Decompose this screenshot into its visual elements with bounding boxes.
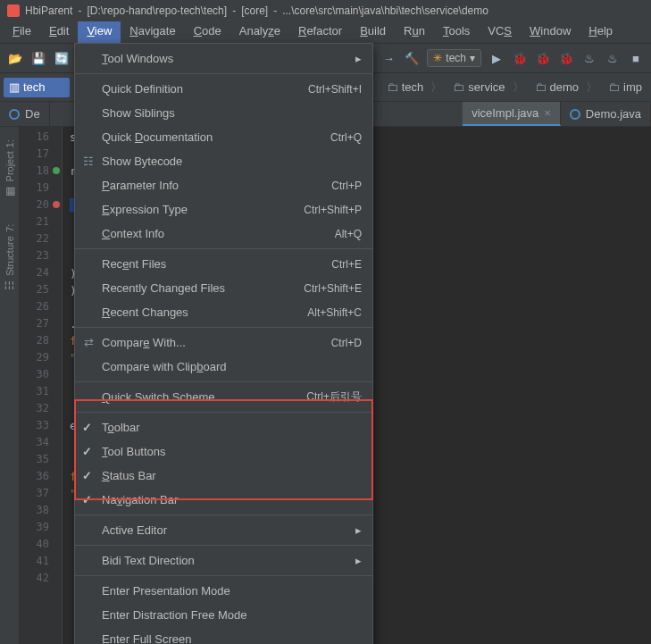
- forward-icon[interactable]: →: [380, 50, 396, 66]
- stop-icon[interactable]: ■: [628, 50, 644, 66]
- refresh-icon[interactable]: 🔄: [54, 50, 70, 66]
- chevron-right-icon: 〉: [586, 79, 597, 96]
- debug-icon[interactable]: 🐞: [512, 50, 528, 66]
- line-number: 30: [20, 368, 62, 385]
- run-config-label: tech: [446, 52, 466, 64]
- menu-status-bar-toggle[interactable]: ✓ Status Bar: [75, 464, 372, 488]
- menu-full-screen[interactable]: Enter Full Screen: [75, 627, 372, 644]
- profile-icon[interactable]: 🐞: [558, 50, 574, 66]
- jrebel-icon[interactable]: ♨: [581, 50, 597, 66]
- check-icon: ✓: [82, 421, 92, 434]
- title-file: ...\core\src\main\java\hbi\tech\service\…: [282, 4, 488, 17]
- jrebel-debug-icon[interactable]: ♨: [605, 50, 621, 66]
- menu-active-editor[interactable]: Active Editor▸: [75, 518, 372, 542]
- check-icon: ✓: [82, 493, 92, 506]
- run-config-selector[interactable]: ✳ tech ▾: [427, 49, 481, 67]
- folder-icon: 🗀: [387, 80, 398, 94]
- tab-demo[interactable]: Demo.java: [561, 102, 651, 126]
- line-number: 36: [20, 470, 62, 487]
- submenu-arrow-icon: ▸: [355, 52, 362, 65]
- line-number: 22: [20, 232, 62, 249]
- chevron-right-icon: 〉: [53, 79, 64, 96]
- submenu-arrow-icon: ▸: [355, 554, 362, 567]
- title-bar: HbiParent - [D:\repo-hand\repo-tech\tech…: [0, 0, 651, 21]
- menu-parameter-info[interactable]: Parameter InfoCtrl+P: [75, 173, 372, 197]
- menu-analyze[interactable]: Analyze: [230, 21, 289, 43]
- compare-icon: ⇄: [80, 336, 96, 349]
- open-icon[interactable]: 📂: [7, 50, 23, 66]
- menu-run[interactable]: Run: [395, 21, 434, 43]
- line-number: 31: [20, 385, 62, 402]
- run-icon[interactable]: ▶: [488, 50, 505, 66]
- tab-serviceimpl[interactable]: viceImpl.java ×: [463, 102, 561, 126]
- crumb-tech[interactable]: 🗀 tech 〉: [381, 78, 448, 97]
- folder-icon: 🗀: [608, 80, 620, 94]
- menu-window[interactable]: Window: [521, 21, 580, 43]
- crumb-imp[interactable]: 🗀 imp: [603, 79, 647, 96]
- menu-code[interactable]: Code: [185, 21, 230, 43]
- menu-build[interactable]: Build: [351, 21, 395, 43]
- line-number: 26: [20, 300, 62, 317]
- menu-show-siblings[interactable]: Show Siblings: [75, 101, 372, 125]
- tool-structure[interactable]: ☷ Structure 7:: [4, 219, 16, 297]
- line-number: 25: [20, 283, 62, 300]
- line-number: 37: [20, 487, 62, 504]
- menu-separator: [75, 327, 372, 328]
- crumb-demo[interactable]: 🗀 demo 〉: [530, 78, 604, 97]
- menu-compare-clipboard[interactable]: Compare with Clipboard: [75, 355, 372, 379]
- line-number: 34: [20, 436, 62, 453]
- chevron-right-icon: 〉: [430, 79, 442, 96]
- line-number: 16: [20, 130, 62, 147]
- close-icon[interactable]: ×: [544, 106, 551, 120]
- menu-separator: [75, 381, 372, 382]
- menu-tools[interactable]: Tools: [434, 21, 479, 43]
- menu-bidi-direction[interactable]: Bidi Text Direction▸: [75, 548, 372, 573]
- check-icon: ✓: [82, 445, 92, 458]
- submenu-arrow-icon: ▸: [355, 523, 362, 537]
- menu-show-bytecode[interactable]: ☷ Show Bytecode: [75, 149, 372, 173]
- menu-quick-definition[interactable]: Quick DefinitionCtrl+Shift+I: [75, 77, 372, 101]
- menu-recent-changes[interactable]: Recent ChangesAlt+Shift+C: [75, 300, 372, 324]
- menu-expression-type[interactable]: Expression TypeCtrl+Shift+P: [75, 197, 372, 222]
- menu-help[interactable]: Help: [580, 21, 622, 43]
- menu-edit[interactable]: Edit: [40, 21, 78, 43]
- menu-refactor[interactable]: Refactor: [289, 21, 351, 43]
- menu-navigate[interactable]: Navigate: [121, 21, 184, 43]
- editor-gutter[interactable]: 1617181920212223242526272829303132333435…: [20, 127, 63, 644]
- menu-quick-documentation[interactable]: Quick DocumentationCtrl+Q: [75, 125, 372, 149]
- gutter-mark-icon: [53, 167, 60, 174]
- save-all-icon[interactable]: 💾: [30, 50, 46, 66]
- line-number: 19: [20, 181, 62, 198]
- crumb-service[interactable]: 🗀 service 〉: [447, 78, 529, 97]
- line-number: 18: [20, 164, 62, 181]
- coverage-icon[interactable]: 🐞: [535, 50, 551, 66]
- app-icon: [7, 4, 20, 17]
- gutter-error-icon: [53, 201, 60, 208]
- menu-view[interactable]: View: [78, 21, 121, 43]
- menu-recently-changed-files[interactable]: Recently Changed FilesCtrl+Shift+E: [75, 276, 372, 300]
- side-toolbar: ▦ Project 1: ☷ Structure 7:: [0, 127, 20, 644]
- menu-navigation-bar-toggle[interactable]: ✓ Navigation Bar: [75, 488, 372, 512]
- menu-quick-switch-scheme[interactable]: Quick Switch Scheme...Ctrl+后引号: [75, 385, 372, 409]
- menu-context-info[interactable]: Context InfoAlt+Q: [75, 222, 372, 246]
- menu-separator: [75, 412, 372, 413]
- menu-tool-buttons-toggle[interactable]: ✓ Tool Buttons: [75, 439, 372, 464]
- menu-distraction-free-mode[interactable]: Enter Distraction Free Mode: [75, 603, 372, 627]
- menu-toolbar-toggle[interactable]: ✓ Toolbar: [75, 415, 372, 439]
- tab-de[interactable]: De: [0, 102, 50, 126]
- line-number: 40: [20, 538, 62, 555]
- menu-separator: [75, 73, 372, 74]
- build-icon[interactable]: 🔨: [404, 50, 420, 66]
- menu-recent-files[interactable]: Recent FilesCtrl+E: [75, 252, 372, 276]
- menu-compare-with[interactable]: ⇄ Compare With...Ctrl+D: [75, 330, 372, 355]
- tool-project[interactable]: ▦ Project 1:: [4, 134, 16, 203]
- view-menu-dropdown: Tool Windows▸ Quick DefinitionCtrl+Shift…: [74, 43, 373, 644]
- menu-tool-windows[interactable]: Tool Windows▸: [75, 46, 372, 71]
- menu-file[interactable]: File: [4, 21, 40, 43]
- crumb-root[interactable]: ▥ tech 〉: [4, 78, 70, 97]
- line-number: 32: [20, 402, 62, 419]
- menu-vcs[interactable]: VCS: [479, 21, 521, 43]
- menu-presentation-mode[interactable]: Enter Presentation Mode: [75, 579, 372, 603]
- menu-bar: File Edit View Navigate Code Analyze Ref…: [0, 21, 651, 43]
- line-number: 23: [20, 249, 62, 266]
